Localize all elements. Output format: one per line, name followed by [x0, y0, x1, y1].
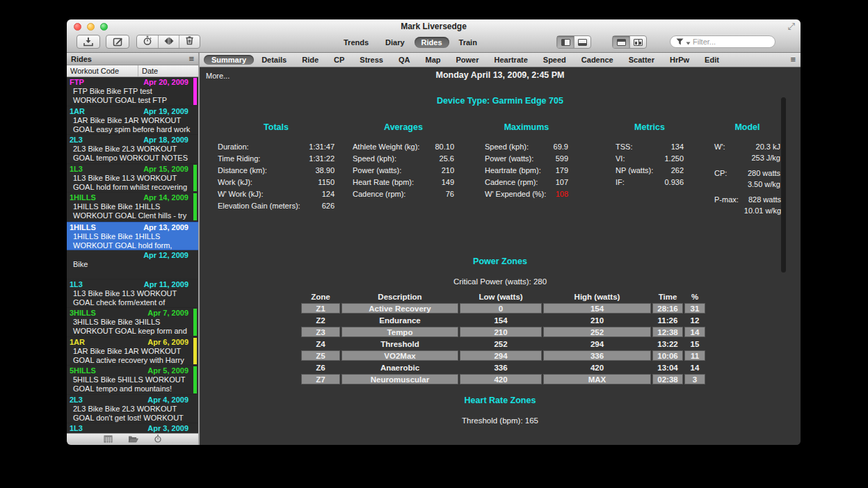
power-zone-row: Z4Threshold25229413:2215: [301, 339, 705, 349]
single-view-button[interactable]: [613, 36, 629, 48]
view-menu-icon[interactable]: ≡: [790, 55, 796, 64]
ride-description: Bike: [70, 260, 198, 278]
view-tab-cadence[interactable]: Cadence: [574, 55, 621, 65]
metric-value: 76: [427, 188, 454, 200]
view-tab-hrpw[interactable]: HrPw: [662, 55, 697, 65]
power-zone-cell: MAX: [543, 374, 651, 384]
view-tab-power[interactable]: Power: [448, 55, 486, 65]
sidebar-panel-icon: [561, 39, 570, 46]
workspace-tab-rides[interactable]: Rides: [415, 37, 449, 48]
ride-description: 1AR Bike Bike 1AR WORKOUT GOAL easy spim…: [70, 116, 198, 134]
ride-item-header: 1HILLSApr 14, 2009: [70, 193, 198, 202]
ride-date: Apr 15, 2009: [143, 165, 188, 174]
metric-row: NP (watts):262: [616, 165, 684, 177]
app-window: Mark Liversedge ⤢: [67, 19, 801, 445]
sidebar-column-headers[interactable]: Workout Code Date: [67, 65, 198, 77]
ride-list-item[interactable]: Apr 12, 2009Bike: [67, 250, 198, 279]
view-tab-scatter[interactable]: Scatter: [621, 55, 662, 65]
folder-button[interactable]: [128, 433, 138, 445]
workspace-tab-train[interactable]: Train: [452, 37, 484, 48]
view-tab-speed[interactable]: Speed: [536, 55, 574, 65]
ride-list-item[interactable]: 1L3Apr 15, 20091L3 Bike Bike 1L3 WORKOUT…: [67, 164, 198, 193]
ride-list-item[interactable]: 2L3Apr 18, 20092L3 Bike Bike 2L3 WORKOUT…: [67, 135, 198, 164]
ride-list-item[interactable]: 1ARApr 6, 20091AR Bike Bike 1AR WORKOUT …: [67, 337, 198, 366]
metric-row: Heart Rate (bpm):149: [353, 177, 454, 188]
tiled-view-button[interactable]: [629, 36, 646, 48]
workout-code: 1L3: [70, 424, 147, 433]
workspace-tab-trends[interactable]: Trends: [337, 37, 376, 48]
view-tab-ride[interactable]: Ride: [294, 55, 326, 65]
ride-list-item[interactable]: 1L3Apr 11, 20091L3 Bike Bike 1L3 WORKOUT…: [67, 279, 198, 309]
calendar-button[interactable]: [104, 433, 113, 445]
bottom-panel-icon: [578, 39, 587, 46]
power-zone-cell: Z2: [301, 315, 340, 325]
vertical-scrollbar[interactable]: [781, 97, 786, 273]
power-zone-cell: 154: [460, 315, 542, 325]
ride-list-item[interactable]: 1HILLSApr 14, 20091HILLS Bike Bike 1HILL…: [67, 193, 198, 222]
metric-row: Speed (kph):69.9: [485, 141, 568, 153]
bottombar-toggle-button[interactable]: [574, 36, 590, 48]
ride-item-header: 2L3Apr 18, 2009: [70, 136, 198, 145]
column-date[interactable]: Date: [138, 67, 158, 75]
metric-value: 0.936: [657, 177, 684, 188]
ride-description: 1L3 Bike Bike 1L3 WORKOUT GOAL hold form…: [70, 174, 198, 192]
power-zones-header: Zone: [301, 291, 340, 302]
ride-list-item[interactable]: 3HILLSApr 7, 20093HILLS Bike Bike 3HILLS…: [67, 308, 198, 337]
ride-date: Apr 18, 2009: [143, 136, 188, 145]
filter-funnel-icon: [676, 35, 684, 48]
metric-row: Speed (kph):25.6: [353, 153, 454, 165]
view-tab-edit[interactable]: Edit: [697, 55, 727, 65]
ride-list-item[interactable]: 5HILLSApr 5, 20095HILLS Bike 5HILLS WORK…: [67, 366, 198, 395]
power-zone-cell: 14: [684, 327, 705, 337]
sidebar-header: Rides ≡: [67, 53, 198, 65]
ride-list-item[interactable]: 1L3Apr 3, 2009: [67, 423, 198, 433]
ride-list-item[interactable]: 1ARApr 19, 20091AR Bike Bike 1AR WORKOUT…: [67, 106, 198, 136]
stopwatch-button[interactable]: [137, 35, 158, 48]
workout-color-bar: [193, 366, 197, 393]
workout-stopwatch-button[interactable]: [154, 433, 162, 445]
zoom-button[interactable]: [100, 23, 108, 31]
titlebar[interactable]: Mark Liversedge ⤢: [67, 19, 801, 33]
metric-value: 108: [547, 188, 568, 200]
split-ride-button[interactable]: [158, 35, 179, 48]
model-group: W':20.3 kJ253 J/kg: [714, 141, 780, 163]
edit-ride-button[interactable]: [106, 35, 129, 49]
metric-value: 149: [427, 177, 454, 188]
metric-label: Speed (kph):: [485, 141, 547, 153]
view-tab-map[interactable]: Map: [417, 55, 448, 65]
metric-value: 1:31:22: [303, 153, 335, 165]
summary-view: More... Monday April 13, 2009, 2:45 PM D…: [200, 67, 801, 445]
filter-input[interactable]: [693, 38, 791, 46]
workspace-tab-diary[interactable]: Diary: [378, 37, 412, 48]
view-tab-stress[interactable]: Stress: [352, 55, 391, 65]
sidebar-menu-icon[interactable]: ≡: [188, 54, 194, 63]
section-maximums: MaximumsSpeed (kph):69.9Power (watts):59…: [485, 122, 568, 200]
section-title: Model: [714, 122, 780, 132]
delete-ride-button[interactable]: [179, 35, 200, 48]
view-tab-cp[interactable]: CP: [326, 55, 352, 65]
view-tab-summary[interactable]: Summary: [204, 55, 254, 65]
fullscreen-icon[interactable]: ⤢: [788, 21, 795, 32]
section-averages: AveragesAthlete Weight (kg):80.10Speed (…: [353, 122, 454, 200]
download-button[interactable]: [77, 35, 100, 49]
metric-value: 828 watts: [739, 194, 781, 205]
ride-date: Apr 7, 2009: [147, 309, 188, 318]
power-zone-cell: Tempo: [341, 327, 458, 337]
model-group: P-max:828 watts10.01 w/kg: [714, 194, 781, 216]
ride-list-item[interactable]: 1HILLSApr 13, 20091HILLS Bike Bike 1HILL…: [67, 222, 198, 251]
filter-box: [670, 35, 775, 48]
power-zone-cell: Z6: [301, 362, 340, 373]
view-tab-heartrate[interactable]: Heartrate: [487, 55, 536, 65]
ride-list-item[interactable]: 2L3Apr 4, 20092L3 Bike Bike 2L3 WORKOUT …: [67, 395, 198, 424]
sidebar-toggle-button[interactable]: [557, 36, 574, 48]
ride-item-header: 1ARApr 6, 2009: [70, 338, 198, 347]
close-button[interactable]: [74, 23, 81, 31]
sidebar-footer: [67, 433, 198, 445]
column-workout-code[interactable]: Workout Code: [67, 65, 138, 76]
view-tab-details[interactable]: Details: [254, 55, 294, 65]
view-tab-qa[interactable]: QA: [391, 55, 418, 65]
metric-value: 124: [303, 188, 335, 200]
ride-list-item[interactable]: FTPApr 20, 2009FTP Bike Bike FTP test WO…: [67, 77, 198, 106]
minimize-button[interactable]: [87, 23, 95, 31]
model-groups: W':20.3 kJ253 J/kgCP:280 watts3.50 w/kgP…: [714, 141, 780, 216]
